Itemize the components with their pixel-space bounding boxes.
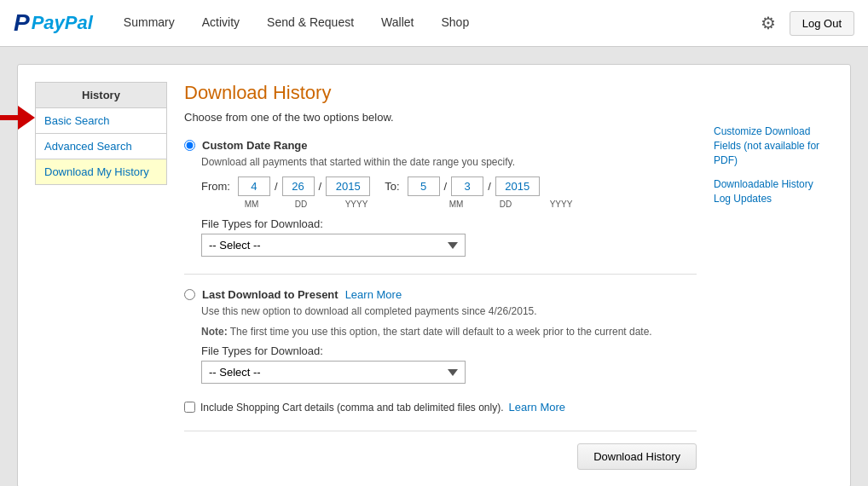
dd-label2: DD	[489, 200, 522, 209]
yyyy-label2: YYYY	[539, 200, 583, 209]
nav-shop[interactable]: Shop	[427, 0, 483, 47]
option2-radio[interactable]	[184, 289, 195, 300]
arrow-head-icon	[18, 106, 35, 130]
download-history-button[interactable]: Download History	[577, 443, 697, 470]
sidebar-basic-search[interactable]: Basic Search	[35, 108, 167, 134]
customize-fields-link[interactable]: Customize Download Fields (not available…	[714, 124, 833, 167]
to-yyyy-input[interactable]	[495, 176, 540, 196]
file-type-select2[interactable]: -- Select --	[201, 361, 466, 384]
checkbox-row: Include Shopping Cart details (comma and…	[184, 401, 697, 414]
from-label: From:	[201, 180, 230, 193]
logout-button[interactable]: Log Out	[790, 11, 854, 36]
file-type-select1[interactable]: -- Select --	[201, 234, 466, 257]
note-body: The first time you use this option, the …	[228, 326, 652, 338]
mm-label2: MM	[440, 200, 472, 209]
option1-header: Custom Date Range	[184, 139, 697, 152]
sidebar-advanced-search[interactable]: Advanced Search	[35, 134, 167, 159]
file-type-label2: File Types for Download:	[201, 344, 697, 357]
learn-more-link2[interactable]: Learn More	[509, 401, 565, 414]
history-log-link[interactable]: Downloadable History Log Updates	[714, 177, 833, 206]
sep1: /	[275, 180, 278, 193]
file-type-label1: File Types for Download:	[201, 217, 697, 230]
shopping-cart-checkbox[interactable]	[184, 402, 195, 413]
top-nav: P PayPal Summary Activity Send & Request…	[0, 0, 868, 47]
nav-wallet[interactable]: Wallet	[367, 0, 427, 47]
logo-p-icon: P	[14, 9, 30, 37]
content-area: Download History Choose from one of the …	[184, 82, 697, 470]
nav-send-request[interactable]: Send & Request	[253, 0, 367, 47]
option2-title: Last Download to Present	[202, 288, 339, 301]
option2-note: Note: The first time you use this option…	[201, 326, 697, 338]
sep4: /	[488, 180, 491, 193]
to-dd-input[interactable]	[451, 176, 483, 196]
option1-radio[interactable]	[184, 140, 195, 151]
yyyy-label1: YYYY	[334, 200, 379, 209]
logo-text: PayPal	[32, 12, 93, 34]
learn-more-link1[interactable]: Learn More	[345, 288, 402, 301]
arrow-indicator	[0, 106, 35, 130]
date-labels: MM DD YYYY MM DD YYYY	[201, 200, 697, 209]
nav-right: ⚙ Log Out	[755, 8, 854, 38]
option-last-download: Last Download to Present Learn More Use …	[184, 288, 697, 384]
nav-links: Summary Activity Send & Request Wallet S…	[110, 0, 755, 47]
bottom-bar: Download History	[184, 431, 697, 470]
logo: P PayPal	[14, 9, 93, 37]
subtitle: Choose from one of the two options below…	[184, 111, 697, 124]
right-sidebar: Customize Download Fields (not available…	[714, 82, 833, 470]
option-custom-date: Custom Date Range Download all payments …	[184, 139, 697, 257]
main-card: History Basic Search Advanced Search Dow…	[17, 64, 851, 486]
from-dd-input[interactable]	[282, 176, 315, 196]
checkbox-label: Include Shopping Cart details (comma and…	[200, 402, 504, 414]
mm-label1: MM	[235, 200, 268, 209]
nav-summary[interactable]: Summary	[110, 0, 188, 47]
page-body: History Basic Search Advanced Search Dow…	[0, 47, 868, 486]
from-yyyy-input[interactable]	[326, 176, 370, 196]
sep2: /	[319, 180, 322, 193]
date-row: From: / / To: / /	[201, 176, 697, 196]
settings-button[interactable]: ⚙	[755, 8, 781, 38]
arrow-tail	[0, 115, 18, 120]
option1-title: Custom Date Range	[202, 139, 308, 152]
page-title: Download History	[184, 82, 697, 104]
sidebar-title: History	[35, 82, 167, 108]
to-label: To:	[385, 180, 399, 193]
option2-desc: Use this new option to download all comp…	[201, 305, 697, 317]
dd-label1: DD	[285, 200, 317, 209]
sep3: /	[444, 180, 448, 193]
sidebar: History Basic Search Advanced Search Dow…	[35, 82, 167, 470]
sidebar-download-history[interactable]: Download My History	[35, 159, 167, 185]
option1-desc: Download all payments that started withi…	[201, 156, 697, 168]
divider1	[184, 274, 697, 275]
note-bold: Note:	[201, 326, 228, 338]
from-mm-input[interactable]	[238, 176, 270, 196]
to-mm-input[interactable]	[408, 176, 440, 196]
option2-header: Last Download to Present Learn More	[184, 288, 697, 301]
nav-activity[interactable]: Activity	[188, 0, 253, 47]
